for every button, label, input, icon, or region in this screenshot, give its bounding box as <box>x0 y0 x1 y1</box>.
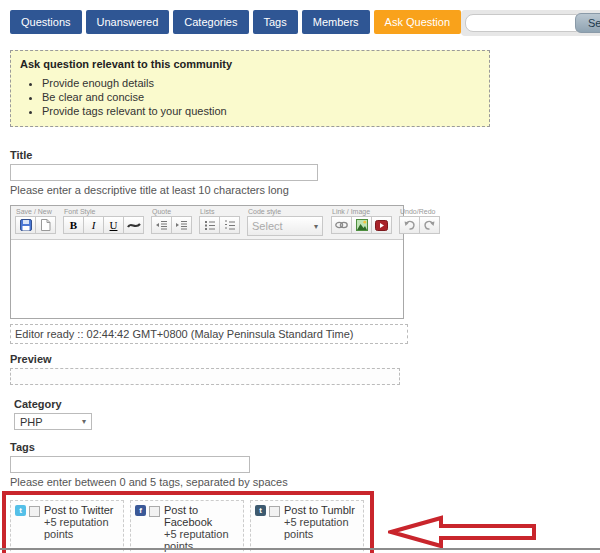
toolbar-group-font-style: Font Style B I U <box>63 208 143 236</box>
toolbar-group-link-image: Link / Image <box>331 208 391 236</box>
nav-unanswered[interactable]: Unanswered <box>86 10 170 34</box>
guideline-item: Provide tags relevant to your question <box>42 104 480 118</box>
post-to-twitter-option[interactable]: t Post to Twitter +5 reputation points <box>10 500 124 553</box>
social-share-section: t Post to Twitter +5 reputation points f… <box>2 491 594 553</box>
post-to-twitter-checkbox[interactable] <box>29 506 40 517</box>
undo-button[interactable] <box>399 216 420 234</box>
nav-questions[interactable]: Questions <box>10 10 82 34</box>
strikethrough-icon <box>127 221 141 230</box>
toolbar-group-save-new: Save / New <box>15 208 55 236</box>
insert-link-button[interactable] <box>331 216 352 234</box>
chevron-down-icon: ▾ <box>314 222 318 231</box>
editor-toolbar: Save / New Font Style B I U <box>11 206 403 240</box>
italic-icon: I <box>92 219 96 231</box>
bold-button[interactable]: B <box>63 216 84 234</box>
category-section: Category PHP ▾ <box>14 398 594 430</box>
guidelines-title: Ask question relevant to this community <box>20 58 480 70</box>
nav-members[interactable]: Members <box>302 10 370 34</box>
title-input[interactable] <box>10 164 318 181</box>
save-button[interactable] <box>15 216 36 234</box>
group-label: Save / New <box>16 208 55 215</box>
guidelines-list: Provide enough details Be clear and conc… <box>42 76 480 118</box>
code-style-value: Select <box>252 220 283 232</box>
group-label: Lists <box>200 208 239 215</box>
twitter-icon: t <box>15 505 26 516</box>
indent-increase-icon <box>175 220 188 230</box>
italic-button[interactable]: I <box>83 216 104 234</box>
social-share-highlight-box: t Post to Twitter +5 reputation points f… <box>2 491 374 553</box>
title-hint: Please enter a descriptive title at leas… <box>10 184 594 196</box>
tags-label: Tags <box>10 441 594 453</box>
numbered-list-icon <box>224 220 236 230</box>
facebook-icon: f <box>135 505 146 516</box>
option-label: Post to Twitter <box>44 504 119 516</box>
option-label: Post to Tumblr <box>284 504 359 516</box>
search-button[interactable]: Search <box>575 13 600 33</box>
ask-question-page: Questions Unanswered Categories Tags Mem… <box>0 0 600 553</box>
editor-content-area[interactable] <box>11 240 403 318</box>
post-to-facebook-checkbox[interactable] <box>149 506 160 517</box>
redo-icon <box>424 220 435 230</box>
insert-image-button[interactable] <box>351 216 372 234</box>
preview-label: Preview <box>10 353 594 365</box>
bullet-list-button[interactable] <box>199 216 220 234</box>
footer-divider <box>0 548 600 550</box>
guideline-item: Be clear and concise <box>42 90 480 104</box>
nav-ask-question[interactable]: Ask Question <box>374 10 461 34</box>
new-document-button[interactable] <box>35 216 56 234</box>
group-label: Code style <box>248 208 323 215</box>
numbered-list-button[interactable] <box>219 216 240 234</box>
toolbar-group-quote: Quote <box>151 208 191 236</box>
option-label: Post to Facebook <box>164 504 239 528</box>
post-to-tumblr-option[interactable]: t Post to Tumblr +5 reputation points <box>250 500 364 553</box>
top-bar: Questions Unanswered Categories Tags Mem… <box>10 10 594 36</box>
bold-icon: B <box>70 219 77 231</box>
editor-status: Editor ready :: 02:44:42 GMT+0800 (Malay… <box>10 324 408 344</box>
code-style-select[interactable]: Select ▾ <box>247 216 323 236</box>
category-value: PHP <box>20 416 43 428</box>
option-points: +5 reputation points <box>44 516 119 540</box>
post-to-tumblr-checkbox[interactable] <box>269 506 280 517</box>
group-label: Link / Image <box>332 208 391 215</box>
nav-categories[interactable]: Categories <box>173 10 248 34</box>
blank-page-icon <box>40 219 51 231</box>
youtube-icon <box>375 220 388 231</box>
red-arrow-annotation <box>388 515 538 549</box>
indent-increase-button[interactable] <box>171 216 192 234</box>
underline-button[interactable]: U <box>103 216 124 234</box>
floppy-disk-icon <box>20 219 32 231</box>
toolbar-group-lists: Lists <box>199 208 239 236</box>
tags-hint: Please enter between 0 and 5 tags, separ… <box>10 476 594 488</box>
redo-button[interactable] <box>419 216 440 234</box>
category-select[interactable]: PHP ▾ <box>14 413 92 430</box>
guideline-item: Provide enough details <box>42 76 480 90</box>
toolbar-group-code-style: Code style Select ▾ <box>247 208 323 236</box>
tags-input[interactable] <box>10 456 250 473</box>
post-to-facebook-option[interactable]: f Post to Facebook +5 reputation points <box>130 500 244 553</box>
search-input[interactable] <box>465 14 577 32</box>
indent-decrease-icon <box>155 220 168 230</box>
main-nav: Questions Unanswered Categories Tags Mem… <box>10 10 461 34</box>
option-points: +5 reputation points <box>284 516 359 540</box>
bullet-list-icon <box>204 220 216 230</box>
tumblr-icon: t <box>255 505 266 516</box>
group-label: Font Style <box>64 208 143 215</box>
preview-box <box>10 368 400 385</box>
indent-decrease-button[interactable] <box>151 216 172 234</box>
community-guidelines-box: Ask question relevant to this community … <box>10 50 490 127</box>
toolbar-group-undo-redo: Undo/Redo <box>399 208 439 236</box>
title-section: Title Please enter a descriptive title a… <box>10 149 594 196</box>
title-label: Title <box>10 149 594 161</box>
image-icon <box>356 219 368 231</box>
tags-section: Tags Please enter between 0 and 5 tags, … <box>10 441 594 488</box>
chevron-down-icon: ▾ <box>82 417 86 426</box>
group-label: Quote <box>152 208 191 215</box>
strikethrough-button[interactable] <box>123 216 144 234</box>
underline-icon: U <box>110 219 118 231</box>
category-label: Category <box>14 398 594 410</box>
search-box: Search <box>461 10 600 36</box>
group-label: Undo/Redo <box>400 208 439 215</box>
link-icon <box>335 221 348 229</box>
insert-youtube-button[interactable] <box>371 216 392 234</box>
nav-tags[interactable]: Tags <box>253 10 298 34</box>
